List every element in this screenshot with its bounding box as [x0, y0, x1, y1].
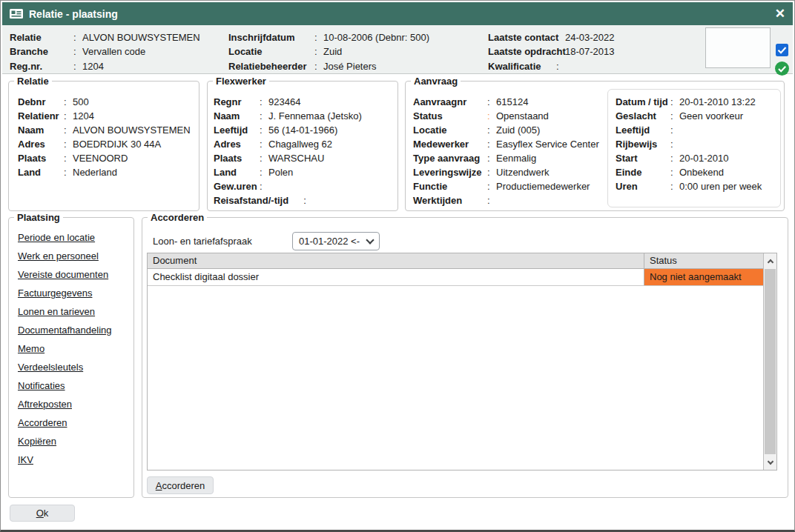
groupbox-legend: Aanvraag — [411, 76, 461, 87]
sidebar-item-accorderen[interactable]: Accorderen — [18, 416, 133, 435]
separator: : — [487, 96, 496, 107]
vertical-scrollbar[interactable] — [763, 253, 776, 470]
field-label: Status — [413, 110, 487, 122]
sidebar-item-ikv[interactable]: IKV — [18, 453, 133, 472]
field-label: Kwalificatie — [488, 61, 556, 72]
sidebar-item-verdeelsleutels[interactable]: Verdeelsleutels — [18, 361, 133, 379]
field-value: Eenmalig — [496, 153, 536, 164]
titlebar: Relatie - plaatsing ✕ — [2, 2, 793, 25]
scroll-down-button[interactable] — [764, 455, 776, 470]
info-row: Geslacht:Geen voorkeur — [616, 109, 780, 123]
field-label: Relatienr — [18, 110, 64, 122]
field-value: José Pieters — [323, 61, 377, 72]
field-label: Uren — [616, 181, 670, 192]
scrollbar-thumb[interactable] — [765, 269, 776, 454]
sidebar-item-documentafhandeling[interactable]: Documentafhandeling — [18, 324, 133, 342]
info-row: Uren:0:00 uren per week — [616, 179, 780, 193]
field-label: Locatie — [228, 46, 314, 57]
separator: : — [487, 181, 496, 192]
contact-card-icon — [10, 9, 23, 19]
sidebar-item-lonen-en-tarieven[interactable]: Lonen en tarieven — [18, 305, 133, 324]
field-label: Regnr — [214, 96, 260, 107]
separator: : — [670, 110, 679, 122]
field-label: Inschrijfdatum — [228, 32, 314, 43]
info-row: Datum / tijd:20-01-2010 13:22 — [616, 95, 780, 109]
sidebar-item-memo[interactable]: Memo — [18, 342, 133, 361]
info-row: Werktijden: — [413, 193, 613, 207]
header-row: Locatie:Zuid — [228, 44, 488, 59]
relation-summary-header: Relatie:ALVON BOUWSYSTEMEN Branche:Verva… — [2, 25, 793, 74]
sidebar-item-kopieren[interactable]: Kopiëren — [18, 435, 133, 453]
separator: : — [73, 61, 82, 72]
field-value: Productiemedewerker — [496, 181, 590, 192]
blue-checkbox-checked-icon[interactable] — [776, 44, 788, 59]
separator: : — [556, 61, 565, 72]
chevron-down-icon — [366, 236, 374, 244]
field-label: Adres — [18, 139, 64, 150]
field-value: Uitzendwerk — [496, 167, 550, 178]
field-value: 1204 — [73, 110, 94, 122]
sidebar-item-factuurgegevens[interactable]: Factuurgegevens — [18, 287, 133, 305]
info-row: Adres:BOEDRDIJK 30 44A — [18, 137, 193, 151]
field-label: Naam — [18, 124, 64, 136]
field-label: Type aanvraag — [413, 153, 487, 164]
field-label: Werktijden — [413, 195, 487, 206]
separator: : — [556, 32, 565, 43]
header-column-contact: Laatste contact:24-03-2022 Laatste opdra… — [488, 30, 710, 73]
info-row: Plaats:WARSCHAU — [214, 151, 392, 165]
column-header-document[interactable]: Document — [148, 253, 644, 268]
groupbox-legend: Accorderen — [148, 212, 207, 223]
sidebar-item-vereiste-documenten[interactable]: Vereiste documenten — [18, 268, 133, 287]
info-row: Leveringswijze:Uitzendwerk — [413, 165, 613, 179]
separator: : — [487, 139, 496, 150]
field-value: VEENOORD — [73, 153, 128, 164]
cell-status: Nog niet aangemaakt — [644, 269, 763, 285]
column-header-status[interactable]: Status — [644, 253, 763, 268]
loon-tarief-dropdown[interactable]: 01-01-2022 <- — [292, 232, 380, 250]
info-row: Status: Openstaand — [413, 109, 613, 123]
field-label: Leeftijd — [214, 124, 260, 136]
header-row: Branche:Vervallen code — [10, 44, 228, 59]
plaatsing-groupbox: Plaatsing Periode en locatie Werk en per… — [8, 217, 134, 498]
field-value: 615124 — [496, 96, 528, 107]
accorderen-button[interactable]: Accorderen — [147, 476, 214, 494]
separator: : — [487, 153, 496, 164]
field-value: Geen voorkeur — [679, 110, 743, 122]
separator: : — [64, 153, 73, 164]
field-value: 24-03-2022 — [565, 32, 615, 43]
field-value: 500 — [73, 96, 89, 107]
separator: : — [73, 46, 82, 57]
sidebar-item-werk-en-personeel[interactable]: Werk en personeel — [18, 250, 133, 268]
sidebar-item-aftrekposten[interactable]: Aftrekposten — [18, 398, 133, 416]
info-row: Functie:Productiemedewerker — [413, 179, 613, 193]
field-value: Nederland — [73, 167, 117, 178]
scroll-up-button[interactable] — [764, 253, 776, 268]
close-icon[interactable]: ✕ — [775, 7, 785, 20]
field-label: Geslacht — [616, 110, 670, 122]
sidebar-item-periode-en-locatie[interactable]: Periode en locatie — [18, 231, 133, 250]
info-row: Naam:J. Fennemaa (Jetsko) — [214, 109, 392, 123]
field-label: Debnr — [18, 96, 64, 107]
ok-button[interactable]: Ok — [10, 505, 75, 522]
separator: : — [487, 124, 496, 136]
field-label: Adres — [214, 139, 260, 150]
sidebar-item-notificaties[interactable]: Notificaties — [18, 379, 133, 398]
flexwerker-groupbox: Flexwerker Regnr:923464 Naam:J. Fennemaa… — [207, 81, 398, 211]
accorderen-groupbox: Accorderen Loon- en tariefafspraak 01-01… — [142, 217, 788, 498]
table-row[interactable]: Checklist digitaal dossier Nog niet aang… — [148, 269, 763, 286]
field-label: Naam — [214, 110, 260, 122]
separator: : — [260, 139, 268, 150]
separator: : — [260, 153, 268, 164]
document-table: Document Status Checklist digitaal dossi… — [147, 253, 777, 471]
photo-placeholder — [705, 27, 771, 68]
field-label: Reg.nr. — [10, 61, 73, 72]
separator: : — [64, 167, 73, 178]
field-label: Relatiebeheerder — [228, 61, 314, 72]
separator: : — [64, 110, 73, 122]
info-row: Regnr:923464 — [214, 95, 392, 109]
separator: : — [64, 139, 73, 150]
info-row: Naam:ALVON BOUWSYSTEMEN — [18, 123, 193, 137]
groupbox-legend: Plaatsing — [14, 212, 63, 223]
field-value: 56 (14-01-1966) — [268, 124, 337, 136]
table-main: Document Status Checklist digitaal dossi… — [148, 253, 763, 470]
